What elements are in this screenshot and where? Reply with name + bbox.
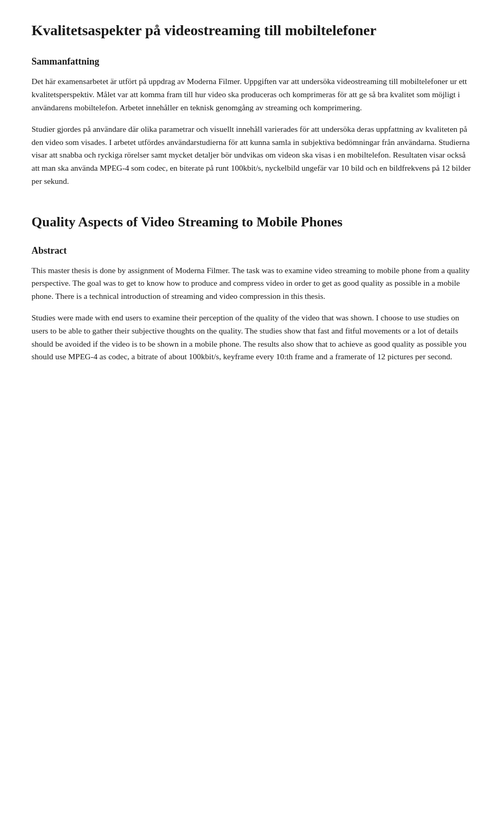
english-paragraph-2: Studies were made with end users to exam…: [32, 311, 472, 363]
english-section: Quality Aspects of Video Streaming to Mo…: [32, 213, 472, 363]
english-main-title: Quality Aspects of Video Streaming to Mo…: [32, 213, 472, 231]
swedish-heading: Sammanfattning: [32, 55, 472, 69]
english-paragraph-1: This master thesis is done by assignment…: [32, 264, 472, 303]
page-main-title: Kvalitetsaspekter på videostreaming till…: [32, 21, 472, 40]
swedish-paragraph-1: Det här examensarbetet är utfört på uppd…: [32, 75, 472, 114]
swedish-paragraph-2: Studier gjordes på användare där olika p…: [32, 123, 472, 188]
swedish-section: Sammanfattning Det här examensarbetet är…: [32, 55, 472, 188]
english-heading: Abstract: [32, 244, 472, 258]
